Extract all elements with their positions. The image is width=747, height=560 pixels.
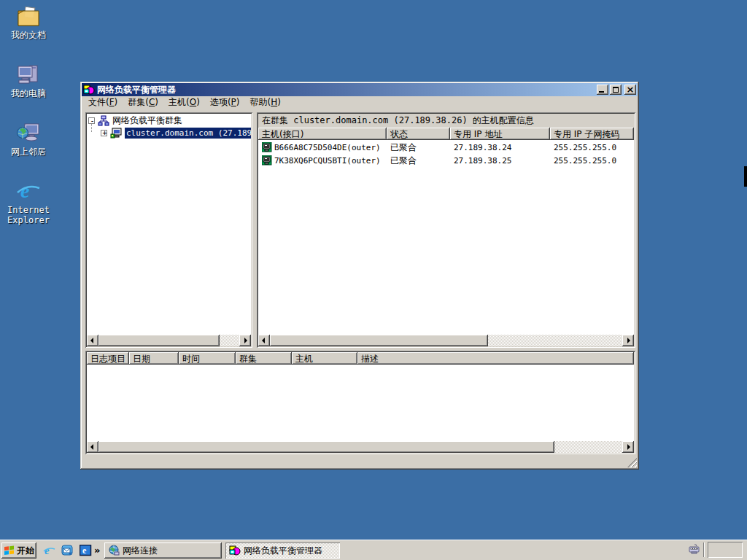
cluster-group-icon [98, 115, 109, 127]
minimize-button[interactable] [597, 85, 608, 95]
host-config-info-text: 在群集 cluster.domain.com (27.189.38.26) 的主… [262, 114, 534, 127]
scroll-right-button[interactable] [622, 335, 634, 346]
scroll-right-button[interactable] [622, 441, 634, 453]
tree-horizontal-scrollbar[interactable] [87, 335, 251, 346]
start-label: 开始 [17, 545, 34, 557]
quicklaunch-overflow-chevron-icon[interactable] [94, 545, 100, 556]
menu-accel: P [231, 97, 236, 107]
host-list-horizontal-scrollbar[interactable] [258, 335, 634, 346]
desktop-icon-label: 我的文档 [0, 30, 57, 40]
column-header-status[interactable]: 状态 [387, 128, 450, 140]
ip-cell: 27.189.38.24 [450, 143, 550, 152]
host-status-icon [262, 155, 272, 166]
scroll-thumb[interactable] [98, 441, 554, 453]
desktop-icon-network-places[interactable]: 网上邻居 [0, 121, 57, 157]
host-cell: B666A8C75D504DE(outer) [258, 142, 387, 152]
minimize-icon [599, 91, 604, 93]
quicklaunch-msn-explorer[interactable]: e [78, 543, 93, 558]
scroll-right-button[interactable] [239, 335, 251, 346]
host-status-icon [262, 142, 272, 152]
network-connections-icon [108, 545, 120, 556]
svg-text:e: e [82, 545, 87, 556]
desktop-icon-internet-explorer[interactable]: e Internet Explorer [0, 179, 57, 226]
menu-label: 文件( [88, 97, 109, 107]
scroll-left-button[interactable] [258, 335, 270, 346]
title-bar[interactable]: 网络负载平衡管理器 [82, 83, 638, 96]
status-cell: 已聚合 [387, 155, 450, 167]
desktop-icon-label: Internet Explorer [0, 205, 57, 226]
column-header-date[interactable]: 日期 [129, 352, 179, 365]
desktop-icon-label: 网上邻居 [0, 147, 57, 157]
menu-label: ) [155, 97, 158, 107]
column-header-subnet-mask[interactable]: 专用 IP 子网掩码 [550, 128, 634, 140]
scroll-thumb[interactable] [270, 335, 488, 346]
menu-label: 选项( [210, 97, 231, 107]
network-places-icon [16, 121, 41, 144]
column-header-private-ip[interactable]: 专用 IP 地址 [450, 128, 550, 140]
menu-host[interactable]: 主机(O) [163, 96, 205, 110]
menu-accel: F [109, 97, 115, 107]
internet-explorer-icon: e [16, 179, 41, 203]
close-button[interactable] [624, 85, 636, 95]
tray-keyboard-icon[interactable] [688, 544, 700, 556]
outlook-express-icon [61, 545, 74, 556]
quicklaunch-internet-explorer[interactable]: e [42, 543, 56, 558]
resize-grip-icon[interactable] [627, 458, 637, 467]
taskbar-button-network-connections[interactable]: 网络连接 [104, 542, 222, 559]
scroll-track[interactable] [98, 441, 622, 453]
desktop-icon-my-computer[interactable]: 我的电脑 [0, 63, 57, 98]
host-list-pane: 在群集 cluster.domain.com (27.189.38.26) 的主… [257, 112, 635, 348]
quicklaunch-outlook-express[interactable] [60, 543, 74, 558]
desktop-icon-my-documents[interactable]: 我的文档 [0, 4, 57, 40]
collapse-toggle-icon[interactable] [88, 117, 95, 124]
menu-label: 群集( [128, 97, 149, 107]
cluster-host-icon [110, 128, 122, 139]
expand-toggle-icon[interactable] [101, 130, 107, 136]
start-button[interactable]: 开始 [1, 542, 36, 559]
taskbar-button-nlb-manager[interactable]: 网络负载平衡管理器 [225, 542, 340, 559]
maximize-icon [613, 87, 619, 93]
status-cell: 已聚合 [387, 141, 450, 154]
tree-root-item[interactable]: 网络负载平衡群集 [88, 114, 251, 127]
menu-help[interactable]: 帮助(H) [245, 96, 286, 110]
tree-root-label: 网络负载平衡群集 [112, 114, 182, 127]
task-label: 网络负载平衡管理器 [244, 545, 322, 557]
menu-cluster[interactable]: 群集(C) [123, 96, 163, 110]
host-config-info-bar: 在群集 cluster.domain.com (27.189.38.26) 的主… [258, 114, 634, 128]
menu-label: ) [115, 97, 118, 107]
status-bar [82, 456, 638, 468]
column-header-cluster[interactable]: 群集 [236, 352, 292, 365]
column-header-host-interface[interactable]: 主机(接口) [258, 128, 387, 140]
menu-accel: O [190, 97, 196, 107]
menu-options[interactable]: 选项(P) [205, 96, 245, 110]
menu-bar: 文件(F) 群集(C) 主机(O) 选项(P) 帮助(H) [82, 96, 638, 109]
cluster-tree-pane: 网络负载平衡群集 cluster.domain.com (27.189.38 [85, 112, 252, 348]
scroll-left-button[interactable] [87, 441, 98, 453]
column-header-host[interactable]: 主机 [292, 352, 357, 365]
tree-cluster-item[interactable]: cluster.domain.com (27.189.38 [101, 127, 251, 139]
task-label: 网络连接 [123, 545, 158, 557]
maximize-button[interactable] [610, 85, 622, 95]
column-header-log-entry[interactable]: 日志项目 [87, 352, 129, 365]
log-horizontal-scrollbar[interactable] [87, 441, 634, 453]
column-header-time[interactable]: 时间 [179, 352, 236, 365]
clock-area [708, 542, 743, 558]
menu-label: ) [277, 97, 281, 107]
log-pane: 日志项目 日期 时间 群集 主机 描述 [85, 351, 635, 454]
taskbar: 开始 e e 网络连接 [0, 540, 747, 560]
scroll-left-button[interactable] [87, 335, 98, 346]
menu-file[interactable]: 文件(F) [83, 96, 123, 110]
menu-label: 主机( [169, 97, 190, 107]
column-header-description[interactable]: 描述 [357, 352, 634, 365]
log-header: 日志项目 日期 时间 群集 主机 描述 [87, 352, 634, 365]
msn-e-icon: e [80, 545, 92, 556]
host-row[interactable]: B666A8C75D504DE(outer) 已聚合 27.189.38.24 … [258, 141, 634, 154]
scroll-track[interactable] [98, 335, 239, 346]
scroll-track[interactable] [270, 335, 622, 346]
windows-logo-icon [4, 545, 15, 556]
scroll-thumb[interactable] [98, 335, 220, 346]
host-name: B666A8C75D504DE(outer) [274, 143, 381, 152]
menu-label: 帮助( [250, 97, 271, 107]
ie-icon: e [43, 545, 55, 556]
host-row[interactable]: 7K38XQ6PCQUSBTI(outer) 已聚合 27.189.38.25 … [258, 154, 634, 167]
